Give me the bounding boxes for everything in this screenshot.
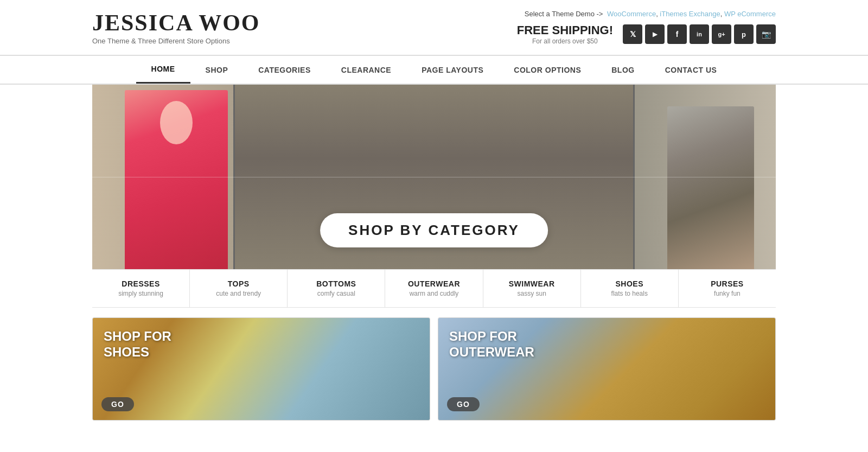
category-desc: sassy sun: [489, 290, 575, 297]
pinterest-icon[interactable]: p: [734, 24, 754, 44]
category-item-tops[interactable]: TOPS cute and trendy: [190, 270, 288, 307]
theme-link-wp[interactable]: WP eCommerce: [724, 10, 776, 18]
twitter-icon[interactable]: 𝕏: [623, 24, 642, 44]
category-name: SHOES: [586, 279, 673, 288]
header-right: Select a Theme Demo -> WooCommerce, iThe…: [517, 10, 776, 45]
facebook-icon[interactable]: f: [667, 24, 687, 44]
category-item-shoes[interactable]: SHOES flats to heals: [581, 270, 679, 307]
category-item-dresses[interactable]: DRESSES simply stunning: [92, 270, 190, 307]
category-item-purses[interactable]: PURSES funky fun: [679, 270, 776, 307]
category-item-swimwear[interactable]: SWIMWEAR sassy sun: [483, 270, 581, 307]
header: JESSICA WOO One Theme & Three Different …: [0, 0, 868, 55]
hero-banner: SHOP BY CATEGORY: [92, 85, 776, 269]
category-name: BOTTOMS: [293, 279, 379, 288]
free-shipping-title: FREE SHIPPING!: [517, 23, 613, 37]
category-desc: flats to heals: [586, 290, 673, 297]
category-desc: warm and cuddly: [391, 290, 477, 297]
free-shipping-sub: For all orders over $50: [517, 37, 613, 45]
google-plus-icon[interactable]: g+: [712, 24, 731, 44]
nav-item-color-options[interactable]: COLOR OPTIONS: [499, 57, 596, 83]
theme-link-woocommerce[interactable]: WooCommerce: [607, 10, 656, 18]
hero-figure-left: [125, 90, 228, 269]
category-name: SWIMWEAR: [489, 279, 575, 288]
theme-demo-label: Select a Theme Demo ->: [525, 10, 603, 18]
promo-card-shoes[interactable]: SHOP FORSHOES GO: [92, 317, 430, 421]
category-item-outerwear[interactable]: OUTERWEAR warm and cuddly: [385, 270, 483, 307]
category-desc: funky fun: [684, 290, 770, 297]
instagram-icon[interactable]: 📷: [756, 24, 776, 44]
category-name: PURSES: [684, 279, 770, 288]
header-bottom-row: FREE SHIPPING! For all orders over $50 𝕏…: [517, 23, 776, 45]
category-item-bottoms[interactable]: BOTTOMS comfy casual: [288, 270, 385, 307]
linkedin-icon[interactable]: in: [690, 24, 709, 44]
promo-go-shoes[interactable]: GO: [101, 397, 134, 411]
promo-label-outerwear: SHOP FOROUTERWEAR: [449, 329, 534, 360]
logo-title: JESSICA WOO: [92, 10, 260, 36]
nav-item-blog[interactable]: BLOG: [596, 57, 649, 83]
category-name: DRESSES: [98, 279, 184, 288]
logo-subtitle: One Theme & Three Different Store Option…: [92, 37, 260, 45]
category-desc: simply stunning: [98, 290, 184, 297]
hero-cta-button[interactable]: SHOP BY CATEGORY: [320, 213, 548, 247]
logo-area: JESSICA WOO One Theme & Three Different …: [92, 10, 260, 45]
free-shipping: FREE SHIPPING! For all orders over $50: [517, 23, 613, 45]
promo-cards-row: SHOP FORSHOES GO SHOP FOROUTERWEAR GO: [92, 308, 776, 430]
nav-item-categories[interactable]: CATEGORIES: [243, 57, 326, 83]
nav-item-shop[interactable]: SHOP: [190, 57, 244, 83]
category-desc: cute and trendy: [195, 290, 282, 297]
nav-item-clearance[interactable]: CLEARANCE: [326, 57, 406, 83]
nav-item-page-layouts[interactable]: PAGE LAYOUTS: [406, 57, 499, 83]
category-name: TOPS: [195, 279, 282, 288]
navbar: HOME SHOP CATEGORIES CLEARANCE PAGE LAYO…: [0, 55, 868, 85]
promo-card-outerwear[interactable]: SHOP FOROUTERWEAR GO: [438, 317, 776, 421]
promo-label-shoes: SHOP FORSHOES: [104, 329, 171, 360]
nav-item-home[interactable]: HOME: [136, 56, 190, 84]
categories-row: DRESSES simply stunning TOPS cute and tr…: [92, 269, 776, 308]
promo-go-outerwear[interactable]: GO: [447, 397, 480, 411]
theme-demo-row: Select a Theme Demo -> WooCommerce, iThe…: [525, 10, 776, 18]
category-desc: comfy casual: [293, 290, 379, 297]
hero-figure-right: [667, 106, 754, 269]
theme-link-ithemes[interactable]: iThemes Exchange: [660, 10, 720, 18]
category-name: OUTERWEAR: [391, 279, 477, 288]
youtube-icon[interactable]: ▶: [645, 24, 665, 44]
nav-item-contact-us[interactable]: CONTACT US: [650, 57, 732, 83]
social-icons-row: 𝕏 ▶ f in g+ p 📷: [623, 24, 776, 44]
